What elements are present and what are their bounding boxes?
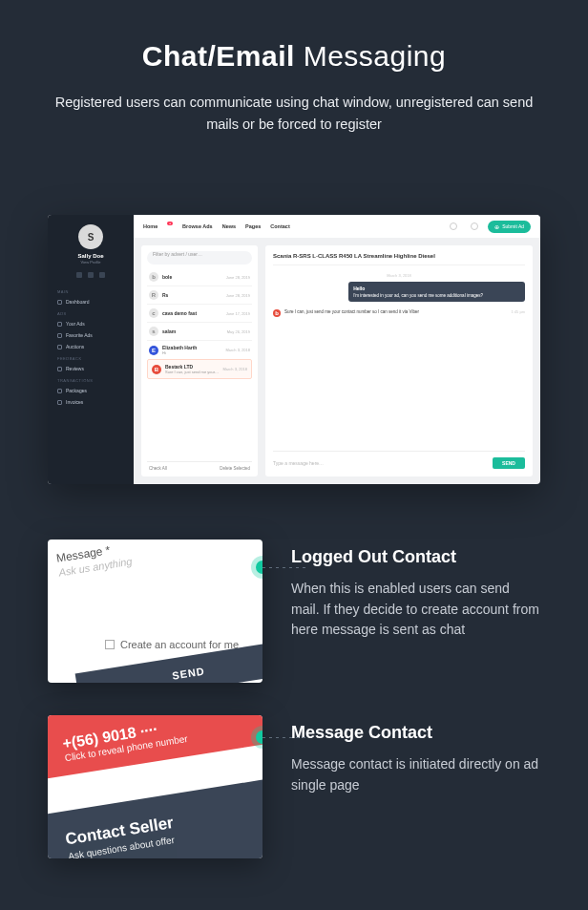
social-icon[interactable] [99, 272, 105, 278]
section-main: MAIN [48, 286, 78, 296]
social-icon[interactable] [88, 272, 94, 278]
conv-avatar: c [149, 308, 158, 318]
feature-title: Logged Out Contact [291, 547, 540, 567]
sender-avatar: b [273, 309, 281, 317]
conv-avatar: b [149, 272, 158, 282]
chat-date: March 3, 2018 [273, 273, 525, 278]
topbar: Home ● Browse Ads News Pages Contact ⊕Su… [134, 215, 540, 238]
conv-date: June 28, 2019 [226, 275, 250, 280]
msg-body: I'm interested in your ad, can you send … [353, 293, 520, 298]
conv-avatar: E [149, 346, 158, 355]
conversation-item[interactable]: ssalamMay 26, 2019 [147, 322, 252, 340]
notif-icon[interactable] [450, 222, 457, 230]
dashboard-preview: S Sally Doe View Profile MAIN Dashboard … [48, 215, 540, 484]
nav-label: Your Ads [66, 321, 85, 327]
msg-out-body: Sure I can, just send me your contact nu… [284, 309, 419, 317]
connector-line [262, 737, 308, 738]
logged-out-card: Message * Ask us anything Create an acco… [48, 540, 262, 683]
nav-label: Invoices [66, 399, 83, 405]
social-icons [76, 272, 105, 278]
nav-invoices[interactable]: Invoices [48, 396, 134, 408]
nav-label: Packages [66, 388, 87, 393]
nav-packages[interactable]: Packages [48, 385, 134, 396]
package-icon [57, 389, 62, 393]
feature-body: When this is enabled users can send mail… [291, 579, 540, 641]
conv-avatar: B [152, 365, 161, 374]
dashboard-icon [57, 300, 62, 305]
section-feedback: FEEDBACK [48, 352, 92, 363]
checkbox-icon [105, 640, 115, 649]
nav-auctions[interactable]: Auctions [48, 341, 134, 352]
invoice-icon [57, 400, 62, 405]
user-name: Sally Doe [77, 253, 103, 259]
conversation-item[interactable]: EElizabeth HarthHiMarch 3, 2018 [147, 340, 252, 359]
social-icon[interactable] [76, 272, 82, 278]
marker-dot [256, 561, 262, 574]
heart-icon [57, 333, 62, 338]
settings-icon[interactable] [471, 222, 478, 230]
msg-hello: Hello [353, 286, 520, 291]
conv-name: Rs [162, 292, 222, 298]
nav-favorite-ads[interactable]: Favorite Ads [48, 329, 134, 341]
feature-title: Message Contact [291, 723, 540, 743]
marker-dot [256, 730, 262, 744]
create-account-checkbox[interactable]: Create an account for me [105, 639, 239, 650]
nav-contact[interactable]: Contact [270, 223, 289, 229]
title-rest: Messaging [295, 40, 446, 72]
conv-name: cava demo fast [162, 310, 222, 316]
nav-pages[interactable]: Pages [245, 223, 261, 229]
section-transactions: TRANSACTIONS [48, 374, 102, 385]
message-contact-card: +(56) 9018 ···· Click to reveal phone nu… [48, 715, 262, 858]
title-bold: Chat/Email [142, 40, 295, 72]
dashboard-sidebar: S Sally Doe View Profile MAIN Dashboard … [48, 215, 134, 484]
conv-sub: Sure I can, just send me your contact nu… [165, 370, 219, 374]
nav-label: Dashboard [66, 299, 89, 305]
chat-send-button[interactable]: SEND [493, 457, 525, 469]
nav-news[interactable]: News [222, 223, 236, 229]
phone-reveal[interactable]: +(56) 9018 ···· Click to reveal phone nu… [48, 715, 262, 783]
filter-input[interactable]: Filter by advert / user… [147, 251, 252, 265]
nav-your-ads[interactable]: Your Ads [48, 318, 134, 329]
outgoing-message: b Sure I can, just send me your contact … [273, 309, 525, 317]
chat-panel: Scania R-SRS L-CLASS R450 LA Streamline … [265, 245, 533, 476]
conv-date: March 3, 2018 [222, 367, 247, 371]
conversation-list: bboleJune 28, 2019RRsJune 28, 2019ccava … [147, 268, 252, 461]
conversation-item[interactable]: RRsJune 28, 2019 [147, 286, 252, 304]
nav-dashboard[interactable]: Dashboard [48, 296, 134, 307]
check-all[interactable]: Check All [149, 466, 167, 471]
conv-name: bole [162, 274, 222, 280]
chat-input[interactable]: Type a message here… [273, 460, 487, 466]
nav-browse[interactable]: Browse Ads [182, 223, 213, 229]
nav-reviews[interactable]: Reviews [48, 363, 134, 374]
avatar[interactable]: S [78, 224, 103, 249]
star-icon [57, 367, 62, 371]
submit-label: Submit Ad [502, 223, 524, 229]
conversation-item[interactable]: BBestark LTDSure I can, just send me you… [147, 359, 252, 379]
conv-avatar: R [149, 290, 158, 300]
conversation-item[interactable]: ccava demo fastJune 17, 2019 [147, 304, 252, 322]
nav-label: Favorite Ads [66, 332, 93, 338]
user-sub[interactable]: View Profile [80, 260, 100, 265]
conv-date: May 26, 2019 [227, 329, 250, 334]
delete-selected[interactable]: Delete Selected [220, 466, 250, 471]
conversation-item[interactable]: bboleJune 28, 2019 [147, 268, 252, 286]
contact-seller[interactable]: Contact Seller Ask questions about offer [48, 775, 262, 858]
submit-ad-button[interactable]: ⊕Submit Ad [488, 221, 531, 233]
incoming-message: Hello I'm interested in your ad, can you… [348, 282, 525, 302]
nav-home[interactable]: Home [143, 223, 158, 229]
conv-date: March 3, 2018 [225, 348, 250, 352]
home-badge: ● [167, 222, 173, 225]
conv-date: June 28, 2019 [226, 293, 250, 298]
conv-name: salam [162, 328, 223, 334]
conv-sub: Hi [162, 350, 221, 355]
connector-line [262, 567, 308, 568]
feature-body: Message contact is initiated directly on… [291, 754, 540, 795]
page-title: Chat/Email Messaging [38, 40, 550, 73]
conversation-panel: Filter by advert / user… bboleJune 28, 2… [141, 245, 258, 476]
section-ads: ADS [48, 307, 76, 318]
page-subtitle: Registered users can communicate using c… [38, 92, 550, 136]
conv-date: June 17, 2019 [226, 311, 250, 316]
conv-avatar: s [149, 327, 158, 336]
msg-time: 1:45 pm [512, 309, 525, 317]
nav-label: Reviews [66, 366, 84, 371]
